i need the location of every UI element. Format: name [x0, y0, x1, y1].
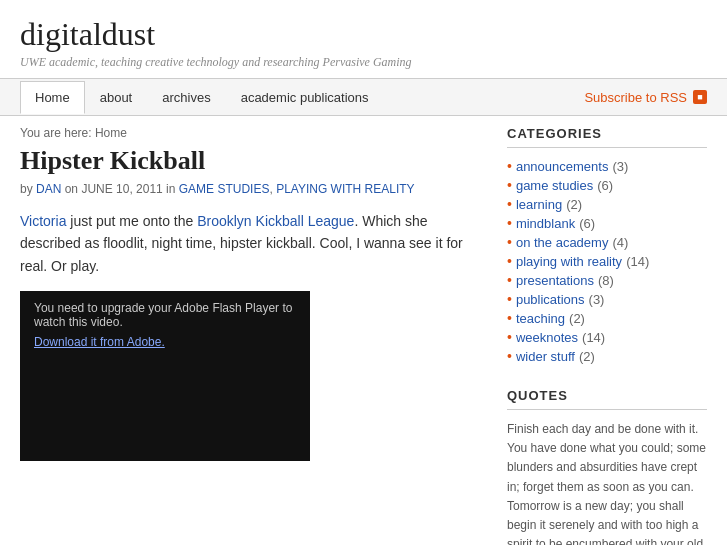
flash-notice-text: You need to upgrade your Adobe Flash Pla…: [34, 301, 296, 329]
nav-item-home[interactable]: Home: [20, 81, 85, 114]
category-count: (14): [626, 254, 649, 269]
category-item: weeknotes (14): [507, 329, 707, 345]
site-title: digitaldust: [20, 16, 707, 53]
meta-in: in: [163, 182, 179, 196]
breadcrumb: You are here: Home: [20, 126, 477, 140]
victoria-link[interactable]: Victoria: [20, 213, 66, 229]
categories-title: CATEGORIES: [507, 126, 707, 141]
body-text1: just put me onto the: [66, 213, 197, 229]
category-item: announcements (3): [507, 158, 707, 174]
category-count: (4): [612, 235, 628, 250]
category-link[interactable]: publications: [516, 292, 585, 307]
category-item: presentations (8): [507, 272, 707, 288]
category-item: game studies (6): [507, 177, 707, 193]
category-count: (2): [569, 311, 585, 326]
meta-on: on: [61, 182, 81, 196]
category-link[interactable]: wider stuff: [516, 349, 575, 364]
nav-links: Homeaboutarchivesacademic publications: [20, 81, 384, 114]
category-link[interactable]: presentations: [516, 273, 594, 288]
meta-author-link[interactable]: DAN: [36, 182, 61, 196]
quotes-title: QUOTES: [507, 388, 707, 403]
breadcrumb-home[interactable]: Home: [95, 126, 127, 140]
categories-list: announcements (3)game studies (6)learnin…: [507, 158, 707, 364]
flash-notice: You need to upgrade your Adobe Flash Pla…: [20, 291, 310, 461]
category-count: (6): [597, 178, 613, 193]
category-item: publications (3): [507, 291, 707, 307]
flash-download-link[interactable]: Download it from Adobe.: [34, 335, 165, 349]
category-count: (3): [589, 292, 605, 307]
site-subtitle: UWE academic, teaching creative technolo…: [20, 55, 707, 70]
category-count: (3): [612, 159, 628, 174]
category-count: (2): [566, 197, 582, 212]
subscribe-rss-link[interactable]: Subscribe to RSS: [584, 90, 687, 105]
category-link[interactable]: announcements: [516, 159, 609, 174]
category-link[interactable]: on the academy: [516, 235, 609, 250]
category-link[interactable]: learning: [516, 197, 562, 212]
category-item: playing with reality (14): [507, 253, 707, 269]
categories-divider: [507, 147, 707, 148]
nav-item-academic-publications[interactable]: academic publications: [226, 81, 384, 114]
nav-item-archives[interactable]: archives: [147, 81, 225, 114]
quotes-text: Finish each day and be done with it. You…: [507, 420, 707, 545]
header: digitaldust UWE academic, teaching creat…: [0, 0, 727, 78]
sidebar: CATEGORIES announcements (3)game studies…: [507, 126, 707, 545]
nav-bar: Homeaboutarchivesacademic publications S…: [0, 78, 727, 116]
meta-cat2-link[interactable]: PLAYING WITH REALITY: [276, 182, 414, 196]
post-title: Hipster Kickball: [20, 146, 477, 176]
post-body: Victoria just put me onto the Brooklyn K…: [20, 210, 477, 277]
category-count: (8): [598, 273, 614, 288]
category-count: (2): [579, 349, 595, 364]
category-item: teaching (2): [507, 310, 707, 326]
meta-date: JUNE 10, 2011: [81, 182, 162, 196]
post-meta: by DAN on JUNE 10, 2011 in GAME STUDIES,…: [20, 182, 477, 196]
content-area: You are here: Home Hipster Kickball by D…: [20, 126, 477, 545]
category-link[interactable]: playing with reality: [516, 254, 622, 269]
breadcrumb-prefix: You are here:: [20, 126, 95, 140]
category-link[interactable]: weeknotes: [516, 330, 578, 345]
category-count: (14): [582, 330, 605, 345]
subscribe-area: Subscribe to RSS ■: [584, 90, 707, 105]
category-item: learning (2): [507, 196, 707, 212]
category-count: (6): [579, 216, 595, 231]
category-link[interactable]: mindblank: [516, 216, 575, 231]
nav-item-about[interactable]: about: [85, 81, 148, 114]
main-content: You are here: Home Hipster Kickball by D…: [0, 126, 727, 545]
category-item: on the academy (4): [507, 234, 707, 250]
meta-by: by: [20, 182, 36, 196]
category-item: mindblank (6): [507, 215, 707, 231]
rss-icon: ■: [693, 90, 707, 104]
brooklyn-link[interactable]: Brooklyn Kickball League: [197, 213, 354, 229]
meta-cat1-link[interactable]: GAME STUDIES: [179, 182, 270, 196]
category-link[interactable]: teaching: [516, 311, 565, 326]
category-item: wider stuff (2): [507, 348, 707, 364]
quotes-divider: [507, 409, 707, 410]
category-link[interactable]: game studies: [516, 178, 593, 193]
